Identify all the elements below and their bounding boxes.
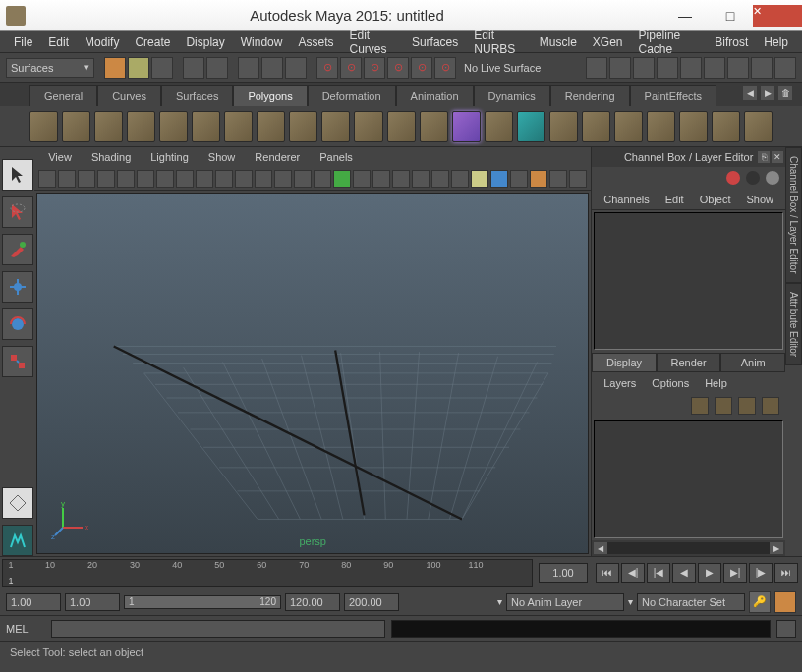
vp-depth-of-field-icon[interactable] (549, 170, 567, 188)
time-ruler[interactable]: 1 10 20 30 40 50 60 70 80 90 100 110 1 (2, 559, 533, 587)
undo-icon[interactable] (183, 57, 204, 79)
poly-prism-icon[interactable] (224, 111, 253, 142)
layer-tab-anim[interactable]: Anim (720, 353, 785, 372)
vp-film-gate-icon[interactable] (176, 170, 194, 188)
vp-select-camera-icon[interactable] (38, 170, 56, 188)
menu-edit[interactable]: Edit (40, 35, 77, 49)
shelf-tab-surfaces[interactable]: Surfaces (161, 85, 233, 106)
script-lang-label[interactable]: MEL (6, 623, 45, 635)
vp-view-transform-icon[interactable] (530, 170, 547, 188)
panel-pin-icon[interactable]: ⎘ (758, 151, 770, 163)
vp-menu-shading[interactable]: Shading (82, 151, 141, 163)
layout-1-icon[interactable] (727, 57, 749, 79)
range-slider[interactable]: 1 120 (124, 595, 281, 609)
poly-soccer-icon[interactable] (354, 111, 382, 142)
step-forward-button[interactable]: ▶| (723, 563, 747, 583)
shelf-prev-icon[interactable]: ◀ (743, 86, 757, 100)
cb-menu-object[interactable]: Object (692, 194, 739, 205)
poly-pipe-icon[interactable] (289, 111, 317, 142)
vp-exposure-icon[interactable] (490, 170, 508, 188)
menu-xgen[interactable]: XGen (585, 35, 631, 49)
render-icon[interactable] (609, 57, 631, 79)
vp-lock-camera-icon[interactable] (58, 170, 76, 188)
menu-help[interactable]: Help (756, 35, 796, 49)
vp-bookmark-icon[interactable] (78, 170, 95, 188)
le-menu-layers[interactable]: Layers (596, 377, 644, 389)
vp-isolate-icon[interactable] (431, 170, 449, 188)
scroll-left-icon[interactable]: ◀ (594, 542, 607, 554)
shelf-next-icon[interactable]: ▶ (761, 86, 774, 100)
shelf-tab-painteffects[interactable]: PaintEffects (630, 85, 717, 106)
poly-collapse-icon[interactable] (744, 111, 773, 142)
vp-use-lights-icon[interactable] (392, 170, 410, 188)
channel-mode-3-icon[interactable] (766, 171, 779, 185)
shelf-tab-polygons[interactable]: Polygons (233, 85, 307, 106)
playback-end-field[interactable]: 200.00 (344, 593, 399, 611)
snap-plane-icon[interactable]: ⊙ (387, 57, 409, 79)
anim-layer-combo[interactable]: No Anim Layer (506, 593, 624, 611)
step-forward-key-button[interactable]: |▶ (749, 563, 773, 583)
anim-prefs-icon[interactable] (774, 591, 796, 613)
goto-start-button[interactable]: ⏮ (596, 563, 619, 583)
sidetab-channelbox[interactable]: Channel Box / Layer Editor (785, 147, 802, 283)
vp-menu-panels[interactable]: Panels (310, 151, 363, 163)
play-forward-button[interactable]: ▶ (698, 563, 721, 583)
chevron-down-icon[interactable]: ▾ (497, 596, 502, 607)
vp-grid-icon[interactable] (156, 170, 174, 188)
vp-shadows-icon[interactable] (412, 170, 430, 188)
shelf-tab-general[interactable]: General (29, 85, 97, 106)
paint-select-tool[interactable] (2, 234, 33, 265)
poly-cube-icon[interactable] (62, 111, 90, 142)
shelf-tab-rendering[interactable]: Rendering (550, 85, 630, 106)
poly-merge-icon[interactable] (712, 111, 740, 142)
shelf-tab-curves[interactable]: Curves (97, 85, 161, 106)
scale-tool[interactable] (2, 346, 33, 377)
rotate-tool[interactable] (2, 308, 33, 340)
poly-smooth-icon[interactable] (582, 111, 610, 142)
menu-pipelinecache[interactable]: Pipeline Cache (631, 28, 708, 56)
poly-sphere-icon[interactable] (29, 111, 58, 142)
snap-point-icon[interactable]: ⊙ (364, 57, 385, 79)
poly-helix-icon[interactable] (321, 111, 350, 142)
playback-start-field[interactable]: 1.00 (6, 593, 61, 611)
select-component-icon[interactable] (285, 57, 307, 79)
channel-mode-2-icon[interactable] (746, 171, 760, 185)
layer-new-selected-icon[interactable] (762, 397, 779, 415)
ipr-render-icon[interactable] (633, 57, 655, 79)
menu-file[interactable]: File (6, 35, 40, 49)
shelf-tab-animation[interactable]: Animation (396, 85, 474, 106)
poly-bevel-icon[interactable] (614, 111, 643, 142)
vp-safe-action-icon[interactable] (255, 170, 272, 188)
vp-2d-pan-icon[interactable] (117, 170, 135, 188)
vp-safe-title-icon[interactable] (274, 170, 292, 188)
poly-plane-icon[interactable] (159, 111, 188, 142)
chevron-down-icon[interactable]: ▾ (628, 596, 633, 607)
make-live-icon[interactable]: ⊙ (434, 57, 456, 79)
layer-scrollbar[interactable]: ◀ ▶ (592, 540, 785, 556)
shelf-tab-dynamics[interactable]: Dynamics (474, 85, 550, 106)
poly-pyramid-icon[interactable] (257, 111, 285, 142)
perspective-viewport[interactable]: y x z persp (36, 193, 589, 554)
menu-surfaces[interactable]: Surfaces (404, 35, 466, 49)
poly-multicut-icon[interactable] (647, 111, 675, 142)
file-save-icon[interactable] (151, 57, 173, 79)
sidetab-attreditor[interactable]: Attribute Editor (785, 283, 802, 365)
construction-history-icon[interactable] (586, 57, 607, 79)
menu-muscle[interactable]: Muscle (532, 35, 585, 49)
layer-list[interactable] (594, 420, 783, 538)
menu-editnurbs[interactable]: Edit NURBS (466, 28, 532, 56)
maximize-button[interactable]: □ (708, 5, 753, 27)
cb-menu-show[interactable]: Show (738, 194, 781, 205)
menu-editcurves[interactable]: Edit Curves (341, 28, 403, 56)
vp-menu-view[interactable]: View (38, 151, 82, 163)
command-input[interactable] (51, 620, 385, 638)
menu-window[interactable]: Window (233, 35, 291, 49)
scroll-right-icon[interactable]: ▶ (770, 542, 783, 554)
layer-tab-render[interactable]: Render (657, 353, 721, 372)
render-settings-icon[interactable] (657, 57, 678, 79)
layer-new-empty-icon[interactable] (738, 397, 756, 415)
hypershade-icon[interactable] (680, 57, 702, 79)
snap-grid-icon[interactable]: ⊙ (316, 57, 338, 79)
poly-torus-icon[interactable] (192, 111, 220, 142)
vp-resolution-gate-icon[interactable] (196, 170, 213, 188)
